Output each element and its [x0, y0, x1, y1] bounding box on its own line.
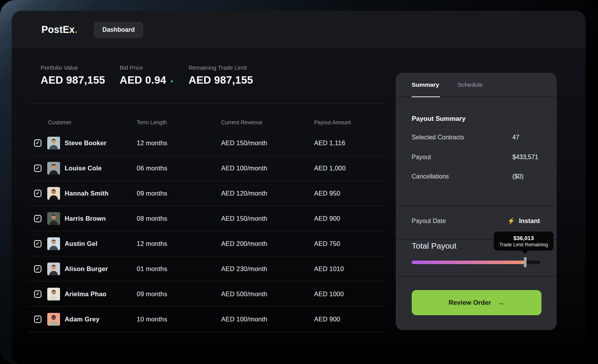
row-checkbox[interactable]: ✓: [34, 316, 41, 323]
term-length-cell: 06 months: [137, 165, 221, 172]
payout-amount-cell: AED 1,116: [314, 139, 384, 147]
customer-cell: ✓ Alison Burger: [28, 263, 137, 275]
bid-price-value: AED 0.94: [120, 74, 166, 86]
stat-label: Bid Price: [120, 64, 189, 71]
payout-date-value: ⚡ Instant: [507, 217, 540, 225]
trade-limit-tooltip: $36,013 Trade Limit Remaining: [494, 232, 553, 251]
tab-summary[interactable]: Summary: [412, 73, 439, 96]
table-row: ✓ Austin Gel 12 months AED 200/month AED…: [28, 231, 384, 256]
row-checkbox[interactable]: ✓: [34, 139, 41, 147]
summary-row-cancellations: Cancellations ($0): [412, 173, 541, 182]
customer-cell: ✓ Austin Gel: [28, 237, 137, 250]
avatar: [47, 212, 60, 225]
current-revenue-cell: AED 150/month: [221, 139, 314, 147]
brand-logo: PostEx.: [41, 24, 77, 35]
row-checkbox[interactable]: ✓: [34, 240, 41, 247]
row-checkbox[interactable]: ✓: [34, 165, 41, 172]
avatar: [47, 237, 60, 250]
brand-name: PostEx: [41, 24, 75, 35]
customer-name: Hannah Smith: [65, 190, 108, 197]
device-frame: PostEx. Dashboard Portfolio Value AED 98…: [0, 0, 598, 364]
current-revenue-cell: AED 150/month: [221, 215, 314, 222]
stat-label: Remaining Trade Limit: [189, 64, 253, 71]
summary-value: $433,571: [512, 154, 541, 162]
brand-dot: .: [75, 24, 77, 35]
term-length-cell: 01 months: [137, 265, 221, 273]
trend-up-icon: ▲: [170, 78, 174, 83]
stat-label: Portfolio Value: [41, 64, 120, 71]
total-payout-label: Total Payout: [412, 241, 457, 251]
summary-label: Cancellations: [412, 173, 512, 182]
payout-amount-cell: AED 750: [314, 240, 384, 247]
customer-cell: ✓ Steve Booker: [28, 137, 137, 149]
term-length-cell: 08 months: [137, 215, 221, 222]
contracts-table: ✓ Steve Booker 12 months AED 150/month A…: [28, 130, 384, 332]
column-header-payout-amount: Payout Amount: [314, 119, 384, 125]
customer-name: Harris Brown: [65, 215, 106, 222]
avatar: [47, 162, 60, 175]
current-revenue-cell: AED 230/month: [221, 265, 314, 273]
column-header-term-length: Term Length: [137, 119, 221, 125]
column-header-customer: Customer: [28, 119, 137, 125]
row-checkbox[interactable]: ✓: [34, 290, 41, 298]
customer-name: Steve Booker: [65, 139, 107, 147]
stat-value: AED 987,155: [189, 74, 253, 86]
customer-cell: ✓ Louise Cole: [28, 162, 137, 175]
customer-cell: ✓ Hannah Smith: [28, 187, 137, 200]
tooltip-label: Trade Limit Remaining: [499, 242, 548, 247]
stat-value: AED 987,155: [41, 74, 120, 86]
customer-name: Arielma Phao: [65, 290, 107, 298]
table-row: ✓ Steve Booker 12 months AED 150/month A…: [28, 130, 384, 156]
column-header-current-revenue: Current Revenue: [221, 119, 314, 125]
avatar: [47, 263, 60, 275]
customer-name: Austin Gel: [65, 240, 98, 247]
arrow-right-icon: →: [497, 299, 505, 307]
review-order-label: Review Order: [448, 299, 491, 307]
review-order-button[interactable]: Review Order →: [412, 290, 541, 315]
stat-portfolio-value: Portfolio Value AED 987,155: [41, 64, 120, 86]
summary-value: 47: [512, 134, 541, 143]
summary-row-payout: Payout $433,571: [412, 154, 541, 162]
term-length-cell: 10 months: [137, 316, 221, 323]
tab-dashboard[interactable]: Dashboard: [94, 22, 143, 38]
row-checkbox[interactable]: ✓: [34, 265, 41, 273]
tab-schedule[interactable]: Schedule: [458, 73, 483, 96]
avatar: [47, 187, 60, 200]
summary-value: ($0): [512, 173, 541, 182]
stats-row: Portfolio Value AED 987,155 Bid Price AE…: [41, 64, 253, 86]
customer-name: Louise Cole: [65, 165, 102, 172]
payout-amount-cell: AED 900: [314, 316, 384, 323]
customer-cell: ✓ Harris Brown: [28, 212, 137, 225]
table-row: ✓ Arielma Phao 09 months AED 500/month A…: [28, 282, 384, 307]
customer-name: Adam Grey: [65, 316, 100, 323]
slider-fill: [412, 261, 525, 264]
table-row: ✓ Alison Burger 01 months AED 230/month …: [28, 256, 384, 282]
summary-panel: Summary Schedule Payout Summary Selected…: [396, 73, 557, 330]
slider-handle[interactable]: [524, 257, 527, 267]
payout-amount-cell: AED 950: [314, 190, 384, 197]
current-revenue-cell: AED 200/month: [221, 240, 314, 247]
row-checkbox[interactable]: ✓: [34, 215, 41, 222]
current-revenue-cell: AED 500/month: [221, 290, 314, 298]
summary-label: Selected Contracts: [412, 134, 512, 143]
customer-name: Alison Burger: [65, 265, 108, 273]
row-checkbox[interactable]: ✓: [34, 190, 41, 197]
avatar: [47, 137, 60, 149]
payout-date-label: Payout Date: [412, 218, 446, 225]
table-row: ✓ Louise Cole 06 months AED 100/month AE…: [28, 156, 384, 181]
panel-divider: [396, 206, 556, 206]
total-payout-slider[interactable]: [412, 259, 541, 265]
customer-cell: ✓ Adam Grey: [28, 313, 137, 326]
summary-label: Payout: [412, 154, 512, 162]
panel-divider: [396, 276, 556, 277]
customer-cell: ✓ Arielma Phao: [28, 288, 137, 300]
payout-date-text: Instant: [519, 217, 540, 225]
avatar: [47, 313, 60, 326]
current-revenue-cell: AED 100/month: [221, 316, 314, 323]
payout-amount-cell: AED 1000: [314, 290, 384, 298]
top-bar: PostEx. Dashboard: [12, 11, 586, 48]
stat-value: AED 0.94 ▲: [120, 74, 189, 86]
panel-tabs: Summary Schedule: [396, 73, 556, 97]
avatar: [47, 288, 60, 300]
term-length-cell: 09 months: [137, 190, 221, 197]
